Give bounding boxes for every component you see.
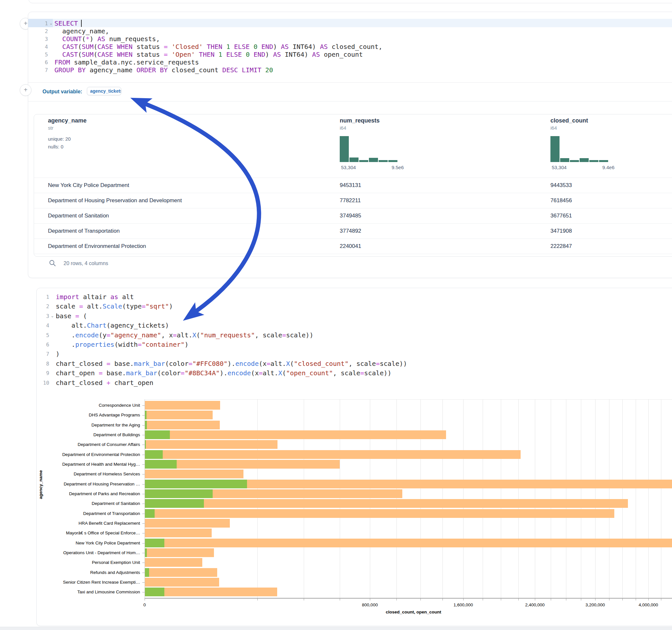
chart-bar-closed (145, 509, 614, 518)
histogram-bar (379, 160, 388, 162)
gridline (636, 399, 636, 598)
y-tick (142, 553, 145, 553)
python-line[interactable]: import altair as alt (56, 293, 134, 301)
python-line[interactable]: scale = alt.Scale(type="sqrt") (56, 302, 173, 310)
sql-line[interactable]: FROM sample_data.nyc.service_requests (54, 58, 199, 66)
x-tick (622, 599, 623, 601)
x-tick (483, 599, 483, 601)
y-tick (142, 455, 145, 455)
sql-line[interactable]: agency_name, (54, 27, 109, 35)
table-cell: 3749485 (340, 213, 361, 219)
line-number: 4 (38, 322, 49, 329)
add-cell-button-2[interactable]: + (20, 84, 31, 96)
python-line[interactable]: .properties(width="container") (56, 341, 188, 348)
y-axis-label: Department of Buildings (42, 432, 140, 437)
line-number: 4 (36, 44, 48, 50)
table-cell: New York City Police Department (48, 182, 129, 189)
gridline (501, 399, 501, 598)
histogram-max-label: 9.5e6 (391, 165, 404, 170)
python-line[interactable]: chart_open = base.mark_bar(color="#8BC34… (56, 369, 391, 377)
chart-bar-closed (145, 587, 277, 596)
chart-bar-open (145, 430, 170, 439)
table-cell: 7782211 (340, 197, 361, 204)
table-row-count: 20 rows, 4 columns (64, 261, 108, 266)
column-type: str (48, 125, 53, 130)
chart-bar-closed (145, 539, 672, 547)
sql-line[interactable]: GROUP BY agency_name ORDER BY closed_cou… (54, 66, 273, 74)
chart-bar-closed (145, 440, 278, 449)
y-tick (142, 504, 145, 504)
x-tick (421, 599, 421, 601)
table-cell: 9443533 (550, 182, 572, 189)
line-number: 7 (38, 351, 49, 357)
chart-bar-closed (145, 401, 220, 410)
table-cell: 3774892 (340, 228, 361, 234)
x-tick-label: 0 (125, 602, 164, 607)
x-tick (636, 599, 636, 601)
table-cell: Department of Transportation (48, 228, 120, 234)
chart-bar-open (145, 539, 164, 547)
column-histogram (550, 136, 610, 162)
collapse-chevron-icon[interactable]: ⌄ (49, 21, 53, 26)
y-axis-label: HRA Benefit Card Replacement (42, 521, 140, 526)
chart-bar-closed (145, 558, 202, 567)
chart-bar-closed (145, 421, 220, 429)
chart-bar-open (145, 460, 177, 468)
x-tick (304, 599, 304, 601)
y-tick (142, 592, 145, 592)
column-header: num_requests (340, 117, 380, 124)
table-cell: 3677651 (550, 213, 572, 219)
chart-bar-closed (145, 578, 219, 587)
y-tick (142, 533, 145, 533)
search-icon[interactable] (49, 259, 56, 267)
y-axis-label: Mayorâ€ s Office of Special Enforce… (42, 531, 140, 535)
table-cell: 3471908 (550, 228, 572, 234)
y-axis-label: Department of Consumer Affairs (42, 442, 140, 447)
table-cell: 2222847 (550, 243, 572, 249)
histogram-min-label: 53,304 (552, 165, 567, 170)
page-bottom-band (0, 627, 672, 630)
chart-bar-closed (145, 519, 230, 528)
row-separator (34, 208, 672, 209)
table-cell: 2240041 (340, 243, 361, 249)
line-number: 8 (38, 361, 49, 367)
gridline (257, 399, 258, 598)
line-number: 1 (36, 20, 48, 27)
gridline (304, 399, 304, 598)
separator (28, 82, 672, 83)
x-tick (442, 599, 443, 601)
histogram-bar (359, 160, 368, 162)
python-line[interactable]: alt.Chart(agency_tickets) (56, 321, 169, 329)
y-tick (142, 563, 145, 563)
line-number: 3 (36, 36, 48, 42)
python-line[interactable]: chart_closed = base.mark_bar(color="#FFC… (56, 360, 407, 367)
collapse-chevron-icon[interactable]: ⌄ (51, 313, 54, 318)
chart-bar-open (145, 421, 147, 429)
y-tick (142, 494, 145, 494)
chart-bar-open (145, 489, 213, 498)
x-tick-label: 4,000,000 (629, 602, 668, 607)
x-tick-label: 1,600,000 (444, 602, 483, 607)
histogram-bar (550, 136, 559, 162)
sql-line[interactable]: SELECT (54, 20, 82, 27)
output-variable-pill[interactable]: agency_tickets (87, 87, 121, 95)
sql-line[interactable]: CAST(SUM(CASE WHEN status = 'Open' THEN … (54, 51, 363, 58)
y-axis-label: Department of Homeless Services (42, 471, 140, 477)
y-axis-label: Senior Citizen Rent Increase Exempti… (42, 580, 140, 585)
gridline (518, 399, 519, 598)
python-line[interactable]: base = ( (56, 312, 87, 320)
column-histogram (340, 136, 400, 162)
x-tick (501, 599, 501, 601)
python-line[interactable]: chart_closed + chart_open (56, 379, 153, 387)
histogram-bar (599, 160, 608, 162)
x-axis-domain (145, 598, 672, 599)
python-line[interactable]: .encode(y="agency_name", x=alt.X("num_re… (56, 331, 313, 339)
row-separator (34, 239, 672, 239)
sql-line[interactable]: COUNT(*) AS num_requests, (54, 35, 160, 43)
row-separator (34, 223, 672, 224)
y-tick (142, 435, 145, 435)
python-line[interactable]: ) (56, 350, 59, 358)
y-tick (142, 474, 145, 475)
sql-line[interactable]: CAST(SUM(CASE WHEN status = 'Closed' THE… (54, 43, 383, 51)
gridline (442, 399, 443, 598)
